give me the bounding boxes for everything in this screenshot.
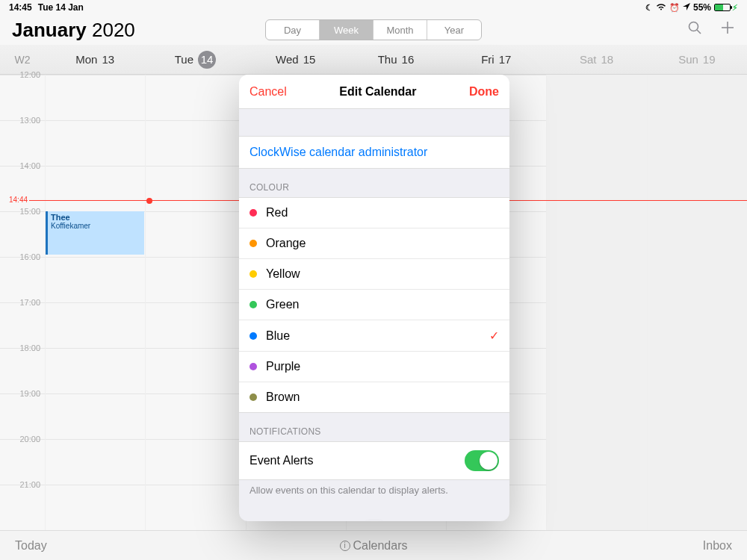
checkmark-icon: ✓ bbox=[489, 329, 499, 343]
battery-percent: 55% bbox=[693, 2, 711, 13]
colour-list: Red Orange Yellow Green Blue ✓ Purple Br… bbox=[239, 197, 509, 413]
popover-header: Cancel Edit Calendar Done bbox=[239, 75, 509, 109]
hour-label: 12:00 bbox=[0, 70, 45, 120]
view-month[interactable]: Month bbox=[374, 20, 427, 40]
today-badge: 14 bbox=[198, 51, 216, 69]
swatch-red bbox=[249, 209, 257, 217]
hour-label: 18:00 bbox=[0, 343, 45, 393]
add-icon[interactable] bbox=[720, 20, 735, 40]
weekday-tue[interactable]: Tue 14 bbox=[145, 45, 245, 74]
colour-section-label: COLOUR bbox=[239, 169, 509, 197]
charging-icon: ⚡︎ bbox=[732, 3, 738, 13]
colour-option-red[interactable]: Red bbox=[239, 198, 509, 228]
swatch-blue bbox=[249, 332, 257, 340]
current-time-label: 14:44 bbox=[7, 196, 29, 204]
hour-label: 19:00 bbox=[0, 389, 45, 439]
hour-label: 13:00 bbox=[0, 116, 45, 166]
search-icon[interactable] bbox=[687, 20, 702, 40]
weekday-sat[interactable]: Sat 18 bbox=[546, 45, 646, 74]
notifications-section-label: NOTIFICATIONS bbox=[239, 413, 509, 441]
colour-option-yellow[interactable]: Yellow bbox=[239, 258, 509, 289]
colour-option-orange[interactable]: Orange bbox=[239, 228, 509, 258]
popover-title: Edit Calendar bbox=[339, 85, 416, 99]
hour-label: 17:00 bbox=[0, 298, 45, 348]
swatch-yellow bbox=[249, 270, 257, 278]
status-time: 14:45 bbox=[9, 2, 32, 13]
calendar-name-text: ClockWise calendar administrator bbox=[249, 146, 427, 158]
hour-label: 15:00 bbox=[0, 207, 45, 257]
notifications-footnote: Allow events on this calendar to display… bbox=[239, 480, 509, 506]
colour-option-green[interactable]: Green bbox=[239, 289, 509, 320]
svg-point-0 bbox=[689, 22, 698, 31]
weekday-thu[interactable]: Thu 16 bbox=[346, 45, 446, 74]
month-year-label: January 2020 bbox=[12, 19, 135, 42]
dnd-icon: ☾ bbox=[645, 3, 653, 13]
hour-label: 21:00 bbox=[0, 480, 45, 530]
event-alerts-row: Event Alerts bbox=[239, 442, 509, 479]
weekday-mon[interactable]: Mon 13 bbox=[45, 45, 145, 74]
view-segmented-control[interactable]: Day Week Month Year bbox=[265, 19, 482, 40]
event-alerts-label: Event Alerts bbox=[249, 454, 313, 467]
status-bar: 14:45 Tue 14 Jan ☾ ⏰ 55% ⚡︎ bbox=[0, 0, 747, 15]
wifi-icon bbox=[656, 3, 666, 12]
popover-arrow bbox=[367, 520, 382, 521]
calendars-button[interactable]: Calendars bbox=[353, 539, 408, 553]
colour-option-purple[interactable]: Purple bbox=[239, 351, 509, 382]
status-date: Tue 14 Jan bbox=[38, 2, 84, 13]
weekday-wed[interactable]: Wed 15 bbox=[246, 45, 346, 74]
calendar-event[interactable]: Thee Koffiekamer bbox=[46, 211, 144, 255]
edit-calendar-popover: Cancel Edit Calendar Done ClockWise cale… bbox=[239, 75, 509, 521]
swatch-brown bbox=[249, 393, 257, 401]
svg-line-1 bbox=[697, 30, 701, 34]
inbox-button[interactable]: Inbox bbox=[703, 539, 732, 552]
hour-label: 20:00 bbox=[0, 435, 45, 485]
notifications-list: Event Alerts bbox=[239, 441, 509, 480]
weekday-row: W2 Mon 13 Tue 14 Wed 15 Thu 16 Fri 17 Sa… bbox=[0, 45, 747, 75]
colour-option-blue[interactable]: Blue ✓ bbox=[239, 320, 509, 351]
view-year[interactable]: Year bbox=[427, 20, 481, 40]
weekday-fri[interactable]: Fri 17 bbox=[446, 45, 546, 74]
current-time-dot bbox=[146, 198, 152, 204]
hour-label: 16:00 bbox=[0, 252, 45, 302]
bottom-toolbar: Today i Calendars Inbox bbox=[0, 530, 747, 560]
swatch-green bbox=[249, 301, 257, 308]
alarm-icon: ⏰ bbox=[669, 3, 680, 13]
event-location: Koffiekamer bbox=[51, 222, 141, 230]
weekday-sun[interactable]: Sun 19 bbox=[647, 45, 747, 74]
cancel-button[interactable]: Cancel bbox=[249, 85, 287, 99]
view-day[interactable]: Day bbox=[266, 20, 320, 40]
event-title: Thee bbox=[51, 213, 141, 222]
swatch-purple bbox=[249, 363, 257, 370]
event-alerts-toggle[interactable] bbox=[465, 450, 499, 471]
calendar-name-cell[interactable]: ClockWise calendar administrator bbox=[239, 136, 509, 169]
location-icon bbox=[683, 3, 690, 12]
status-icons: ☾ ⏰ 55% ⚡︎ bbox=[645, 2, 738, 13]
swatch-orange bbox=[249, 240, 257, 247]
battery-icon bbox=[714, 4, 731, 11]
header: January 2020 Day Week Month Year bbox=[0, 15, 747, 45]
info-icon: i bbox=[340, 541, 350, 551]
view-week[interactable]: Week bbox=[320, 20, 374, 40]
colour-option-brown[interactable]: Brown bbox=[239, 382, 509, 412]
done-button[interactable]: Done bbox=[469, 85, 499, 99]
today-button[interactable]: Today bbox=[15, 539, 47, 552]
